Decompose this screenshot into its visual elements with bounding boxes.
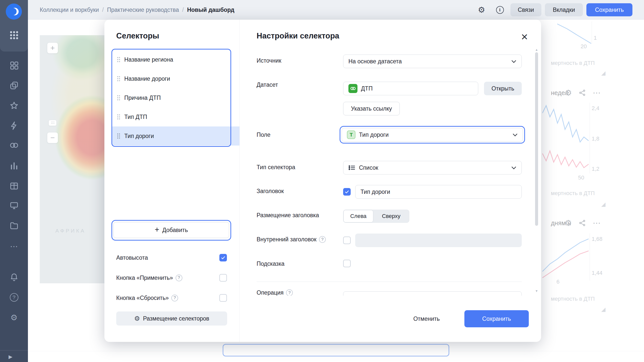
- specify-link-button[interactable]: Указать ссылку: [343, 102, 400, 115]
- title-placement-segmented: Слева Сверху: [343, 210, 409, 223]
- add-selector-button[interactable]: + Добавить: [113, 222, 229, 238]
- reset-button-row: Кнопка «Сбросить» ?: [116, 293, 227, 303]
- selector-type-label: Тип селектора: [257, 164, 295, 171]
- datalens-logo[interactable]: [6, 4, 22, 20]
- close-icon[interactable]: ×: [519, 32, 530, 42]
- drag-handle-icon[interactable]: [117, 133, 120, 139]
- chevron-down-icon: [512, 133, 518, 137]
- modal-save-button[interactable]: Сохранить: [464, 310, 529, 327]
- expand-sidebar-icon[interactable]: ▶: [0, 352, 28, 361]
- help-icon[interactable]: ?: [319, 236, 326, 243]
- storage-folder-icon[interactable]: [0, 219, 28, 233]
- operation-text: Операция: [257, 289, 284, 296]
- apps-grid-icon[interactable]: [0, 28, 28, 42]
- title-label: Заголовок: [257, 188, 284, 195]
- source-label: Источник: [257, 57, 281, 64]
- dataset-value: ДТП: [361, 85, 373, 92]
- operation-select[interactable]: [343, 291, 522, 296]
- help-icon[interactable]: ?: [286, 289, 293, 296]
- relations-button[interactable]: Связи: [510, 3, 541, 16]
- help-circle-icon[interactable]: ?: [0, 290, 28, 304]
- info-glyph: i: [496, 6, 504, 14]
- app-sidebar: ⋯ ? ⚙ ▶: [0, 0, 28, 362]
- widgets-icon[interactable]: [0, 58, 28, 72]
- dataset-icon: [348, 84, 357, 93]
- selector-item-label: Тип дороги: [124, 133, 154, 140]
- dataset-field[interactable]: ДТП: [343, 82, 478, 95]
- dataset-label: Датасет: [257, 81, 278, 88]
- field-label: Поле: [257, 131, 270, 138]
- drag-handle-icon[interactable]: [117, 57, 120, 63]
- cancel-button[interactable]: Отменить: [405, 310, 449, 327]
- selectors-panel: Селекторы Название региона Название доро…: [104, 20, 239, 342]
- drag-handle-icon[interactable]: [117, 114, 120, 120]
- selector-item-label: Название дороги: [124, 75, 170, 82]
- connections-rings-icon[interactable]: [0, 138, 28, 152]
- apply-button-label: Кнопка «Применить»: [116, 275, 173, 281]
- autoheight-row: Автовысота: [116, 253, 227, 263]
- hint-checkbox[interactable]: [343, 260, 351, 267]
- selector-type-value: Список: [359, 164, 378, 171]
- drag-handle-icon[interactable]: [117, 95, 120, 101]
- collections-icon[interactable]: [0, 78, 28, 93]
- selector-item-cause[interactable]: Причина ДТП: [113, 88, 230, 107]
- selector-item-road-type[interactable]: Тип дороги: [113, 126, 230, 146]
- drag-handle-icon[interactable]: [117, 76, 120, 82]
- selector-settings-modal: Селекторы Название региона Название доро…: [104, 20, 541, 342]
- scroll-down-icon[interactable]: ▼: [535, 289, 539, 293]
- autoheight-checkbox[interactable]: [219, 254, 227, 261]
- source-select[interactable]: На основе датасета: [343, 55, 522, 68]
- editor-bolt-icon[interactable]: [0, 119, 28, 133]
- selector-type-select[interactable]: Список: [343, 161, 522, 174]
- tabs-button[interactable]: Вкладки: [545, 3, 583, 16]
- help-icon[interactable]: ?: [171, 295, 178, 301]
- breadcrumb-current: Новый дашборд: [187, 7, 234, 13]
- scroll-up-icon[interactable]: ▲: [535, 48, 539, 52]
- selector-item-road-name[interactable]: Название дороги: [113, 69, 230, 88]
- inner-title-input[interactable]: [355, 234, 522, 247]
- dashboards-monitor-icon[interactable]: [0, 199, 28, 213]
- placement-top-segment[interactable]: Сверху: [373, 210, 409, 222]
- reset-button-label: Кнопка «Сбросить»: [116, 295, 169, 301]
- settings-gear-icon[interactable]: ⚙: [0, 310, 28, 325]
- more-icon[interactable]: ⋯: [0, 239, 28, 253]
- selector-settings-panel: Настройки селектора Источник На основе д…: [239, 20, 541, 342]
- reset-button-checkbox[interactable]: [219, 294, 227, 302]
- apply-button-checkbox[interactable]: [219, 274, 227, 282]
- info-icon[interactable]: i: [495, 5, 505, 15]
- breadcrumb-workbook[interactable]: Практические руководства: [107, 7, 179, 13]
- help-glyph: ?: [10, 293, 18, 302]
- source-value: На основе датасета: [348, 58, 402, 65]
- placement-left-segment[interactable]: Слева: [343, 210, 373, 222]
- chevron-down-icon: [511, 166, 516, 169]
- open-dataset-button[interactable]: Открыть: [484, 82, 522, 95]
- field-select-focus-ring: T Тип дороги: [340, 126, 525, 144]
- favorites-star-icon[interactable]: [0, 99, 28, 113]
- scrollbar-thumb[interactable]: [535, 52, 538, 226]
- inner-title-checkbox[interactable]: [343, 237, 351, 244]
- dashboard-settings-gear-icon[interactable]: ⚙: [477, 5, 486, 15]
- header-save-button[interactable]: Сохранить: [586, 3, 632, 16]
- selectors-placement-button[interactable]: ⚙ Размещение селекторов: [116, 311, 227, 326]
- datasets-table-icon[interactable]: [0, 179, 28, 193]
- selectors-title: Селекторы: [116, 31, 159, 40]
- title-placement-label: Размещение заголовка: [257, 212, 319, 219]
- field-select[interactable]: T Тип дороги: [342, 128, 523, 142]
- breadcrumb-collections[interactable]: Коллекции и воркбуки: [40, 7, 99, 13]
- app-root: + − АФРИКА 1 20 мертность в ДТП ◢ недел …: [0, 0, 644, 362]
- selector-item-label: Название региона: [124, 56, 173, 63]
- list-icon: [348, 165, 355, 170]
- title-input[interactable]: [355, 185, 522, 199]
- charts-bars-icon[interactable]: [0, 159, 28, 173]
- selector-item-region[interactable]: Название региона: [113, 50, 230, 69]
- breadcrumb-separator: /: [102, 7, 104, 13]
- notifications-bell-icon[interactable]: [0, 270, 28, 284]
- selectors-list: Название региона Название дороги Причина…: [111, 49, 231, 147]
- inner-title-text: Внутренний заголовок: [257, 236, 316, 243]
- title-checkbox[interactable]: [343, 188, 351, 196]
- selector-item-label: Тип ДТП: [124, 114, 147, 120]
- selector-item-accident-type[interactable]: Тип ДТП: [113, 107, 230, 126]
- sidebar-divider: [0, 350, 28, 350]
- help-icon[interactable]: ?: [176, 275, 182, 281]
- inner-title-label: Внутренний заголовок ?: [257, 236, 326, 243]
